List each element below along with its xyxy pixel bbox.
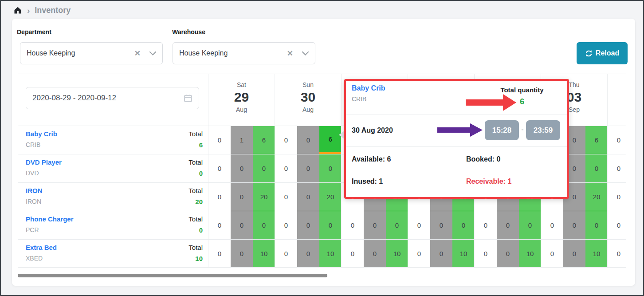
inventory-cell[interactable]: 0 [253,154,275,182]
item-name-link[interactable]: Extra Bed [26,244,57,251]
purple-arrow-annotation [437,123,483,137]
inventory-cell[interactable]: 0 [208,240,231,268]
inventory-cell[interactable]: 0 [608,126,626,154]
inventory-cell[interactable]: 0 [585,211,608,239]
inventory-cell[interactable]: 0 [231,154,253,182]
item-name-link[interactable]: Baby Crib [26,130,57,138]
chevron-down-icon[interactable] [149,51,156,55]
day-cell-group: 0010 [275,240,341,268]
inventory-cell[interactable]: 0 [475,240,497,268]
inventory-cell[interactable]: 0 [319,211,342,239]
item-label-cell: Extra BedXBEDTotal10 [18,240,208,268]
inventory-cell[interactable]: 0 [497,240,519,268]
total-label: Total [188,187,203,194]
total-value: 0 [188,170,203,177]
clear-icon[interactable]: ✕ [287,49,293,58]
chevron-down-icon[interactable] [302,51,309,55]
total-quantity-label: Total quantity [477,86,567,94]
inventory-cell[interactable]: 0 [208,183,231,211]
inventory-cell[interactable]: 0 [608,211,626,239]
inventory-cell[interactable]: 0 [386,211,408,239]
inventory-cell[interactable]: 0 [297,183,319,211]
day-cell-group: 0010 [541,240,607,268]
inventory-cell[interactable]: 0 [364,240,386,268]
inventory-cell[interactable]: 0 [231,183,253,211]
item-name-link[interactable]: DVD Player [26,158,62,166]
inventory-cell[interactable]: 6 [319,126,342,154]
inventory-cell[interactable]: 0 [342,240,364,268]
inventory-cell[interactable]: 0 [563,240,585,268]
inventory-cell[interactable]: 20 [319,183,342,211]
inventory-cell[interactable]: 6 [253,126,275,154]
popup-item-code: CRIB [352,95,366,103]
item-name-link[interactable]: Phone Charger [26,215,74,223]
inventory-cell[interactable]: 0 [497,211,519,239]
inventory-cell[interactable]: 0 [208,154,231,182]
item-label-cell: Baby CribCRIBTotal6 [18,126,208,154]
inventory-cell[interactable]: 10 [253,240,275,268]
home-icon[interactable] [13,6,22,15]
inventory-cell[interactable]: 0 [519,211,541,239]
receivable-stat: Receivable: 1 [466,178,511,185]
inventory-cell[interactable]: 20 [253,183,275,211]
inventory-cell[interactable]: 0 [408,211,430,239]
inventory-cell[interactable]: 0 [275,154,297,182]
inventory-cell[interactable]: 0 [541,211,563,239]
day-header: Sun30Aug [275,74,341,126]
total-label: Total [188,215,203,223]
inventory-cell[interactable]: 0 [364,211,386,239]
inventory-cell[interactable]: 0 [475,211,497,239]
inventory-cell[interactable]: 0 [319,154,342,182]
refresh-icon [585,50,593,57]
inventory-cell[interactable]: 0 [275,126,297,154]
inventory-cell[interactable]: 0 [297,211,319,239]
popup-item-name-link[interactable]: Baby Crib [352,84,385,92]
inventory-cell[interactable]: 0 [342,211,364,239]
inventory-cell[interactable]: 0 [231,211,253,239]
day-cell-group: 000 [275,211,341,239]
inventory-cell[interactable]: 0 [541,240,563,268]
inventory-cell[interactable]: 0 [430,211,452,239]
inventory-cell[interactable]: 0 [297,154,319,182]
day-cell-group: 0 [607,154,626,182]
inventory-cell[interactable]: 0 [231,240,253,268]
time-end-badge[interactable]: 23:59 [526,120,560,140]
inventory-cell[interactable]: 0 [297,126,319,154]
inventory-cell[interactable]: 6 [585,126,608,154]
inventory-cell[interactable]: 0 [408,240,430,268]
inventory-cell[interactable]: 10 [585,240,608,268]
inventory-cell[interactable]: 0 [275,211,297,239]
inventory-cell[interactable]: 0 [563,211,585,239]
inventory-cell[interactable]: 1 [231,126,253,154]
breadcrumb: › Inventory [13,4,71,16]
date-range-input[interactable]: 2020-08-29 - 2020-09-12 [26,87,199,109]
inventory-cell[interactable]: 10 [519,240,541,268]
inventory-cell[interactable]: 10 [452,240,475,268]
item-code: CRIB [26,141,57,148]
inventory-cell[interactable]: 0 [208,211,231,239]
day-month: Aug [302,106,314,113]
calendar-icon[interactable] [184,94,192,103]
inventory-cell[interactable]: 0 [430,240,452,268]
inventory-cell[interactable]: 0 [275,183,297,211]
inventory-cell[interactable]: 20 [585,183,608,211]
reload-button[interactable]: Reload [577,42,628,64]
inventory-cell[interactable]: 0 [297,240,319,268]
inventory-cell[interactable]: 0 [275,240,297,268]
inventory-cell[interactable]: 10 [386,240,408,268]
time-start-badge[interactable]: 15:28 [485,120,519,140]
inventory-cell[interactable]: 0 [608,183,626,211]
department-select[interactable]: House Keeping ✕ [20,42,163,64]
inventory-cell[interactable]: 10 [319,240,342,268]
day-header [607,74,626,126]
inventory-cell[interactable]: 0 [253,211,275,239]
clear-icon[interactable]: ✕ [134,49,141,58]
inventory-cell[interactable]: 0 [208,126,231,154]
item-name-link[interactable]: IRON [26,187,43,194]
warehouse-select[interactable]: House Keeping ✕ [173,42,315,64]
inventory-cell[interactable]: 0 [452,211,475,239]
inventory-cell[interactable]: 0 [585,154,608,182]
horizontal-scrollbar-thumb[interactable] [18,274,327,277]
inventory-cell[interactable]: 0 [608,240,626,268]
inventory-cell[interactable]: 0 [608,154,626,182]
